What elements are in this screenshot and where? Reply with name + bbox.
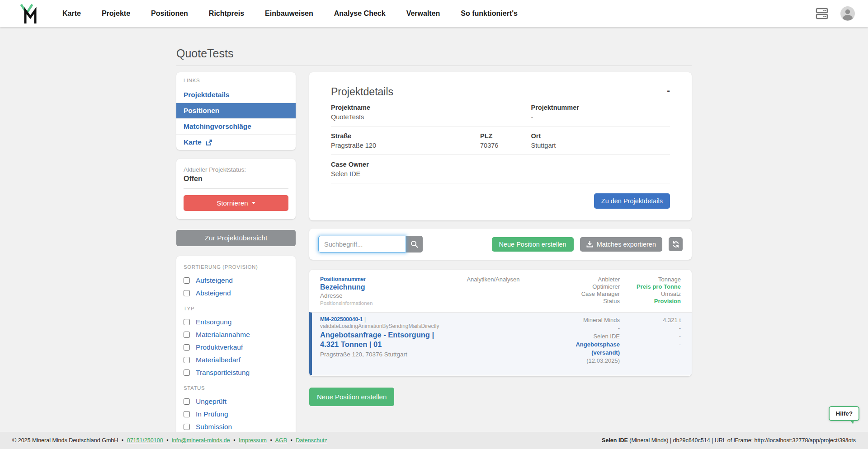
case-owner-value: Selen IDE bbox=[331, 170, 670, 178]
server-icon bbox=[816, 8, 828, 19]
ort-label: Ort bbox=[531, 132, 670, 140]
position-status: Angebotsphase bbox=[538, 341, 620, 349]
header-case-manager: Case Manager bbox=[538, 290, 620, 298]
nav-item[interactable]: Projekte bbox=[102, 9, 130, 18]
cancel-project-button[interactable]: Stornieren bbox=[184, 195, 288, 211]
help-button[interactable]: Hilfe? bbox=[829, 406, 859, 421]
checkbox[interactable] bbox=[184, 357, 190, 363]
sidebar-item-matchingvorschlaege[interactable]: Matchingvorschläge bbox=[176, 118, 296, 134]
refresh-button[interactable] bbox=[669, 237, 683, 251]
nav-item[interactable]: Positionen bbox=[151, 9, 188, 18]
main-content: Projektdetails - Projektname QuoteTests … bbox=[309, 72, 692, 449]
footer-impressum-link[interactable]: Impressum bbox=[239, 437, 267, 444]
projektname-value: QuoteTests bbox=[331, 113, 531, 121]
sort-filter-list: Aufsteigend Absteigend bbox=[184, 274, 288, 299]
checkbox[interactable] bbox=[184, 344, 190, 351]
avatar-icon bbox=[840, 6, 855, 21]
left-sidebar: LINKS Projektdetails Positionen Matching… bbox=[176, 72, 296, 449]
project-status-card: Aktueller Projektstatus: Offen Storniere… bbox=[176, 159, 296, 219]
goto-project-details-button[interactable]: Zu den Projektdetails bbox=[594, 193, 670, 209]
footer-right: Selen IDE (Mineral Minds) | db29c640c514… bbox=[602, 437, 856, 444]
nav-item[interactable]: Richtpreis bbox=[209, 9, 244, 18]
field-row-name-number: Projektname QuoteTests Projektnummer - bbox=[331, 98, 670, 126]
title-divider bbox=[176, 65, 692, 66]
sidebar-item-positionen[interactable]: Positionen bbox=[176, 103, 296, 118]
header-bezeichnung: Bezeichnung bbox=[320, 283, 448, 292]
nav-item[interactable]: Analyse Check bbox=[334, 9, 386, 18]
filter-option[interactable]: Aufsteigend bbox=[184, 274, 288, 287]
checkbox[interactable] bbox=[184, 369, 190, 376]
filter-option[interactable]: Produktverkauf bbox=[184, 341, 288, 354]
header-status: Status bbox=[538, 298, 620, 305]
type-filter-header: TYP bbox=[184, 306, 288, 311]
search-button[interactable] bbox=[406, 236, 423, 253]
navbar-right bbox=[816, 6, 855, 21]
collapse-button[interactable]: - bbox=[667, 86, 670, 95]
user-avatar-button[interactable] bbox=[840, 6, 855, 21]
footer-agb-link[interactable]: AGB bbox=[275, 437, 287, 444]
sidebar-item-projektdetails[interactable]: Projektdetails bbox=[176, 87, 296, 103]
mineral-minds-logo[interactable] bbox=[20, 4, 39, 23]
status-divider bbox=[184, 188, 288, 189]
footer-datenschutz-link[interactable]: Datenschutz bbox=[296, 437, 327, 444]
position-status-detail: (versandt) bbox=[538, 349, 620, 357]
nav-item[interactable]: Verwalten bbox=[406, 9, 440, 18]
project-details-title: Projektdetails bbox=[331, 86, 393, 98]
position-tonnage: 4.321 t bbox=[620, 316, 681, 324]
projektname-label: Projektname bbox=[331, 104, 531, 111]
export-matches-button[interactable]: Matches exportieren bbox=[580, 237, 662, 252]
header-preis-pro-tonne: Preis pro Tonne bbox=[620, 283, 681, 290]
links-header: LINKS bbox=[176, 72, 296, 87]
footer-email-link[interactable]: info@mineral-minds.de bbox=[172, 437, 230, 444]
header-positionsnummer: Positionsnummer bbox=[320, 276, 448, 283]
filter-option[interactable]: Materialbedarf bbox=[184, 354, 288, 366]
checkbox[interactable] bbox=[184, 411, 190, 417]
header-umsatz: Umsatz bbox=[620, 290, 681, 298]
footer-phone-link[interactable]: 07151/250100 bbox=[127, 437, 163, 444]
filter-option[interactable]: In Prüfung bbox=[184, 408, 288, 421]
footer-copyright: © 2025 Mineral Minds Deutschland GmbH bbox=[12, 437, 118, 444]
footer-session-info: (Mineral Minds) | db29c640c514 | URL of … bbox=[628, 437, 856, 444]
checkbox[interactable] bbox=[184, 398, 190, 405]
checkbox[interactable] bbox=[184, 319, 190, 325]
nav-item[interactable]: Einbauweisen bbox=[265, 9, 313, 18]
chevron-down-icon bbox=[252, 202, 255, 204]
checkbox[interactable] bbox=[184, 290, 190, 296]
footer: © 2025 Mineral Minds Deutschland GmbH • … bbox=[0, 432, 868, 449]
ort-value: Stuttgart bbox=[531, 142, 670, 149]
sort-filter-header: SORTIERUNG (PROVISION) bbox=[184, 264, 288, 270]
search-card: Neue Position erstellen Matches exportie… bbox=[309, 229, 692, 260]
create-position-button[interactable]: Neue Position erstellen bbox=[492, 237, 574, 252]
checkbox[interactable] bbox=[184, 424, 190, 430]
position-preis-pro-tonne: - bbox=[620, 324, 681, 332]
refresh-icon bbox=[672, 241, 679, 248]
checkbox[interactable] bbox=[184, 332, 190, 338]
type-filter-list: Entsorgung Materialannahme Produktverkau… bbox=[184, 316, 288, 379]
strasse-label: Straße bbox=[331, 132, 480, 140]
header-optimierer: Optimierer bbox=[538, 283, 620, 290]
position-case-manager: Selen IDE bbox=[538, 332, 620, 341]
search-input[interactable] bbox=[318, 236, 406, 253]
sidebar-item-karte[interactable]: Karte bbox=[176, 134, 296, 150]
search-icon bbox=[410, 240, 418, 248]
create-position-bottom-button[interactable]: Neue Position erstellen bbox=[309, 388, 394, 406]
nav-item[interactable]: Karte bbox=[62, 9, 81, 18]
filter-option[interactable]: Materialannahme bbox=[184, 328, 288, 341]
position-provision: - bbox=[620, 341, 681, 349]
project-overview-button[interactable]: Zur Projektübersicht bbox=[176, 230, 296, 246]
filter-option[interactable]: Submission bbox=[184, 421, 288, 433]
top-navbar: KarteProjektePositionenRichtpreisEinbauw… bbox=[0, 0, 868, 27]
checkbox[interactable] bbox=[184, 277, 190, 284]
position-optimierer: - bbox=[538, 324, 620, 332]
filter-option[interactable]: Absteigend bbox=[184, 287, 288, 299]
nav-item[interactable]: So funktioniert's bbox=[461, 9, 518, 18]
projektnummer-value: - bbox=[531, 113, 670, 121]
filter-option[interactable]: Transportleistung bbox=[184, 366, 288, 379]
filter-option[interactable]: Entsorgung bbox=[184, 316, 288, 328]
header-positionsinformationen: Positionsinformationen bbox=[320, 300, 448, 307]
filter-option[interactable]: Ungeprüft bbox=[184, 395, 288, 408]
filter-card: SORTIERUNG (PROVISION) Aufsteigend Abste… bbox=[176, 256, 296, 449]
position-row[interactable]: MM-202500040-1 | validateLoadingAnimatio… bbox=[309, 312, 692, 375]
position-id: MM-202500040-1 bbox=[320, 316, 363, 323]
server-list-button[interactable] bbox=[816, 8, 828, 19]
